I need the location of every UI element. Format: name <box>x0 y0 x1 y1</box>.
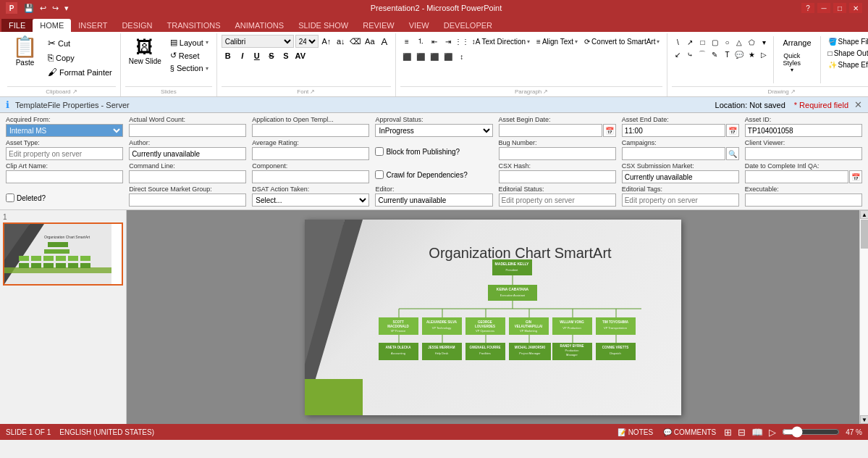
application-input[interactable] <box>252 124 369 137</box>
campaigns-search-button[interactable]: 🔍 <box>726 147 739 160</box>
cut-button[interactable]: ✂ Cut <box>44 36 116 50</box>
clear-formatting-button[interactable]: ⌫ <box>349 35 362 48</box>
quick-styles-button[interactable]: QuickStyles ▾ <box>778 50 806 75</box>
shape-curve[interactable]: ⌒ <box>696 49 708 60</box>
actual-word-count-input[interactable] <box>129 124 246 137</box>
vertical-scrollbar[interactable]: ▲ ▼ <box>859 210 868 424</box>
executable-input[interactable] <box>745 193 862 207</box>
clipboard-expand-icon[interactable]: ↗ <box>72 88 77 95</box>
shape-pentagon[interactable]: ⬠ <box>746 36 757 48</box>
notes-button[interactable]: 📝 NOTES <box>615 428 655 436</box>
editorial-status-input[interactable] <box>499 193 616 207</box>
canvas-area[interactable]: Organization Chart SmartArt <box>127 210 859 424</box>
char-spacing-button[interactable]: AV <box>294 49 307 62</box>
tab-design[interactable]: DESIGN <box>114 19 159 32</box>
maximize-button[interactable]: □ <box>833 3 846 13</box>
scroll-down-button[interactable]: ▼ <box>860 415 868 424</box>
comments-button[interactable]: 💬 COMMENTS <box>661 428 718 436</box>
increase-indent-button[interactable]: ⇥ <box>442 35 455 48</box>
shape-freeform[interactable]: ✎ <box>709 49 720 60</box>
font-shrink-button[interactable]: a↓ <box>334 35 347 48</box>
shadow-button[interactable]: S <box>279 49 292 62</box>
close-button[interactable]: ✕ <box>849 3 862 13</box>
reset-button[interactable]: ↺ Reset <box>167 49 212 62</box>
deleted-checkbox[interactable] <box>6 193 14 202</box>
new-slide-button[interactable]: 🖼 New Slide <box>125 35 165 67</box>
save-qa-button[interactable]: 💾 <box>22 4 36 13</box>
asset-begin-date-picker[interactable]: 📅 <box>603 124 616 137</box>
align-text-button[interactable]: ≡ Align Text ▾ <box>534 36 581 47</box>
convert-smartart-button[interactable]: ⟳ Convert to SmartArt ▾ <box>581 36 662 47</box>
close-info-button[interactable]: ✕ <box>854 99 862 110</box>
columns-button[interactable]: ⋮⋮ <box>455 35 468 48</box>
tab-file[interactable]: FILE <box>1 19 33 32</box>
slide-thumbnail-container[interactable]: Organization Chart SmartArt <box>3 222 123 286</box>
bug-number-input[interactable] <box>499 147 616 160</box>
section-button[interactable]: § Section ▾ <box>167 62 212 74</box>
italic-button[interactable]: I <box>236 49 249 62</box>
scroll-up-button[interactable]: ▲ <box>860 210 868 219</box>
scroll-track[interactable] <box>860 219 868 415</box>
acquired-from-select[interactable]: Internal MS <box>6 124 123 137</box>
editorial-tags-input[interactable] <box>622 193 739 207</box>
shape-star[interactable]: ★ <box>746 49 757 60</box>
average-rating-input[interactable] <box>252 147 369 160</box>
shape-action[interactable]: ▷ <box>758 49 770 60</box>
font-name-select[interactable]: Calibri <box>222 35 294 48</box>
normal-view-button[interactable]: ⊞ <box>724 427 732 438</box>
clip-art-input[interactable] <box>6 170 123 183</box>
slideshow-button[interactable]: ▷ <box>769 427 776 438</box>
shape-textbox[interactable]: T <box>721 49 733 60</box>
center-button[interactable]: ⬛ <box>414 50 427 63</box>
date-intl-input[interactable] <box>745 170 848 183</box>
numbered-button[interactable]: ⒈ <box>414 35 427 48</box>
shape-rect[interactable]: □ <box>696 36 708 48</box>
font-grow-button[interactable]: A↑ <box>320 35 333 48</box>
decrease-indent-button[interactable]: ⇤ <box>428 35 441 48</box>
font-expand-icon[interactable]: ↗ <box>310 88 315 95</box>
minimize-button[interactable]: ─ <box>817 3 830 13</box>
asset-end-date-picker[interactable]: 📅 <box>726 124 739 137</box>
copy-button[interactable]: ⎘ Copy <box>44 51 116 64</box>
reading-view-button[interactable]: 📖 <box>751 427 763 438</box>
shape-ellipse[interactable]: ○ <box>721 36 733 48</box>
arrange-button[interactable]: Arrange <box>778 36 816 49</box>
csx-hash-input[interactable] <box>499 170 616 183</box>
tab-transitions[interactable]: TRANSITIONS <box>160 19 228 32</box>
shape-arrow[interactable]: ↗ <box>684 36 696 48</box>
zoom-slider[interactable] <box>782 428 840 436</box>
format-painter-button[interactable]: 🖌 Format Painter <box>44 65 116 79</box>
client-viewer-input[interactable] <box>745 147 862 160</box>
tab-animations[interactable]: ANIMATIONS <box>228 19 292 32</box>
bold-button[interactable]: B <box>222 49 235 62</box>
redo-qa-button[interactable]: ↪ <box>50 4 61 13</box>
text-direction-button[interactable]: ↕A Text Direction ▾ <box>469 36 533 47</box>
command-line-input[interactable] <box>129 170 246 183</box>
bullets-button[interactable]: ≡ <box>400 35 413 48</box>
shape-rounded-rect[interactable]: ▢ <box>709 36 720 48</box>
paragraph-expand-icon[interactable]: ↗ <box>543 88 548 95</box>
align-left-button[interactable]: ⬛ <box>400 50 413 63</box>
tab-slide-show[interactable]: SLIDE SHOW <box>291 19 355 32</box>
undo-qa-button[interactable]: ↩ <box>38 4 49 13</box>
asset-id-input[interactable] <box>745 124 862 137</box>
paste-button[interactable]: 📋 Paste <box>7 35 43 69</box>
strikethrough-button[interactable]: S <box>265 49 278 62</box>
customize-qa-button[interactable]: ▾ <box>62 4 71 13</box>
underline-button[interactable]: U <box>250 49 264 62</box>
justify-button[interactable]: ⬛ <box>442 50 455 63</box>
asset-type-input[interactable] <box>6 147 123 160</box>
component-input[interactable] <box>252 170 369 183</box>
layout-button[interactable]: ▤ Layout ▾ <box>167 36 212 49</box>
editor-input[interactable] <box>375 193 492 207</box>
scroll-thumb[interactable] <box>861 220 868 249</box>
drawing-expand-icon[interactable]: ↗ <box>791 88 796 95</box>
approval-status-select[interactable]: InProgress <box>375 124 492 137</box>
shape-outline-button[interactable]: □ Shape Outline ▾ <box>825 48 868 59</box>
campaigns-input[interactable] <box>622 147 725 160</box>
asset-begin-date-input[interactable] <box>499 124 602 137</box>
font-color-picker-button[interactable]: A <box>378 35 391 48</box>
slide-sorter-button[interactable]: ⊟ <box>738 427 746 438</box>
help-button[interactable]: ? <box>801 3 814 13</box>
csx-market-input[interactable] <box>622 170 739 183</box>
